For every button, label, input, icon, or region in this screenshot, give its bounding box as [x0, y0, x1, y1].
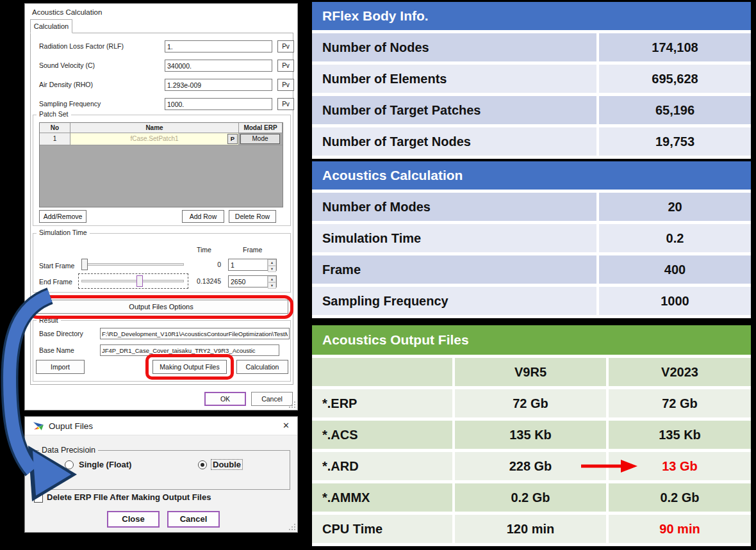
sound-velocity-pv-button[interactable]: Pv: [277, 60, 294, 72]
tab-calculation[interactable]: Calculation: [30, 19, 72, 33]
screenshot-canvas: Acoustics Calculation Calculation Radiat…: [0, 0, 756, 550]
row-value: 400: [599, 255, 751, 284]
start-frame-slider[interactable]: [81, 259, 184, 270]
table-row: *.ACS 135 Kb 135 Kb: [312, 421, 751, 449]
sound-velocity-input[interactable]: [165, 60, 272, 72]
double-radio-label[interactable]: Double: [211, 459, 243, 470]
row-label: Number of Target Nodes: [312, 127, 596, 156]
mode-button[interactable]: Mode: [240, 134, 280, 144]
delete-row-button[interactable]: Delete Row: [229, 210, 276, 223]
table-row: Frame 400: [312, 255, 751, 284]
table-row: *.ERP 72 Gb 72 Gb: [312, 389, 751, 417]
start-frame-slider-track[interactable]: [81, 263, 184, 266]
cancel-button[interactable]: Cancel: [251, 392, 293, 406]
output-cancel-button[interactable]: Cancel: [167, 511, 220, 528]
patch-table-row[interactable]: 1 fCase.SetPatch1 P Mode: [40, 133, 283, 145]
row-value-v9r5: 135 Kb: [455, 421, 606, 449]
spin-up-icon[interactable]: ▲: [268, 259, 276, 266]
row-value-v9r5: 120 min: [455, 515, 606, 543]
acoustics-output-files-table: Acoustics Output Files V9R5 V2023 *.ERP …: [312, 325, 751, 546]
acoustics-table-title: Acoustics Calculation: [312, 161, 751, 190]
sampling-frequency-label: Sampling Frequency: [39, 98, 101, 110]
table-row: Number of Elements 695,628: [312, 65, 751, 93]
table-row: Number of Target Nodes 19,753: [312, 127, 751, 156]
start-time-value: 0: [183, 261, 221, 268]
patch-row-name[interactable]: fCase.SetPatch1 P: [70, 133, 239, 145]
row-value: 174,108: [599, 33, 751, 61]
row-label: Number of Target Patches: [312, 96, 596, 124]
col-name: Name: [70, 123, 239, 133]
close-icon[interactable]: ✕: [283, 421, 290, 430]
improvement-arrow-icon: [580, 457, 639, 475]
table-row: Simulation Time 0.2: [312, 224, 751, 252]
patch-row-no: 1: [40, 133, 70, 145]
add-row-button[interactable]: Add Row: [182, 210, 224, 223]
air-density-label: Air Density (RHO): [39, 79, 93, 91]
patch-p-button[interactable]: P: [227, 134, 238, 144]
row-value-v2023: 135 Kb: [609, 421, 751, 449]
row-value-v2023: 72 Gb: [609, 389, 751, 417]
end-frame-slider-handle[interactable]: [136, 275, 143, 287]
close-button[interactable]: Close: [107, 511, 160, 528]
ok-button[interactable]: OK: [204, 392, 246, 406]
end-frame-stepper[interactable]: ▲▼: [228, 275, 277, 287]
patch-row-name-text: fCase.SetPatch1: [130, 135, 178, 142]
air-density-input[interactable]: [165, 79, 272, 91]
start-frame-slider-handle[interactable]: [81, 259, 88, 270]
time-column-header: Time: [197, 246, 211, 254]
row-label: Simulation Time: [312, 224, 596, 252]
row-label: CPU Time: [312, 515, 452, 543]
table-row: Number of Nodes 174,108: [312, 33, 751, 61]
row-label: Number of Elements: [312, 65, 596, 93]
row-label: *.ACS: [312, 421, 452, 449]
patch-table-header-row: No Name Modal ERP: [40, 123, 283, 133]
sampling-frequency-input[interactable]: [165, 98, 272, 110]
row-value-v9r5: 72 Gb: [455, 389, 606, 417]
end-frame-spin-buttons[interactable]: ▲▼: [267, 276, 276, 287]
start-frame-stepper[interactable]: ▲▼: [228, 259, 277, 271]
callout-arrow: [0, 282, 115, 503]
table-row: Sampling Frequency 1000: [312, 287, 751, 315]
end-frame-input[interactable]: [229, 276, 267, 287]
sampling-frequency-pv-button[interactable]: Pv: [277, 98, 294, 110]
row-value: 19,753: [599, 127, 751, 156]
start-frame-input[interactable]: [229, 259, 267, 270]
row-value: 0.2: [599, 224, 751, 252]
table-row-ard: *.ARD 228 Gb 13 Gb: [312, 452, 751, 480]
output-files-table-title: Acoustics Output Files: [312, 325, 751, 355]
row-value: 1000: [599, 287, 751, 315]
rflex-body-info-table: RFlex Body Info. Number of Nodes 174,108…: [312, 2, 751, 159]
table-row: Number of Target Patches 65,196: [312, 96, 751, 124]
row-value-v9r5: 0.2 Gb: [455, 483, 606, 512]
acoustics-calculation-table: Acoustics Calculation Number of Modes 20…: [312, 161, 751, 318]
rflex-table-title: RFlex Body Info.: [312, 2, 751, 30]
spin-down-icon[interactable]: ▼: [268, 266, 276, 272]
double-radio[interactable]: [198, 460, 207, 469]
col-header-v2023: V2023: [609, 358, 751, 386]
rlf-pv-button[interactable]: Pv: [277, 40, 294, 53]
sound-velocity-label: Sound Velocity (C): [39, 60, 95, 72]
row-label: Number of Nodes: [312, 33, 596, 61]
making-output-files-button[interactable]: Making Output Files: [152, 360, 227, 374]
frame-column-header: Frame: [243, 246, 262, 254]
add-remove-button[interactable]: Add/Remove: [39, 210, 86, 223]
spin-down-icon[interactable]: ▼: [268, 282, 276, 289]
base-directory-input[interactable]: [100, 328, 290, 339]
row-value: 695,628: [599, 65, 751, 93]
simulation-time-group-label: Simulation Time: [37, 229, 90, 236]
row-label: *.ERP: [312, 389, 452, 417]
calculation-button[interactable]: Calculation: [236, 360, 288, 374]
row-value: 65,196: [599, 96, 751, 124]
start-frame-spin-buttons[interactable]: ▲▼: [267, 259, 276, 270]
row-label: Frame: [312, 255, 596, 284]
output-resize-grip[interactable]: [289, 524, 295, 530]
resize-grip[interactable]: [289, 401, 295, 408]
end-time-value: 0.13245: [183, 277, 221, 285]
row-value-v2023: 0.2 Gb: [609, 483, 751, 512]
row-label: *.ARD: [312, 452, 452, 480]
air-density-pv-button[interactable]: Pv: [277, 79, 294, 91]
spin-up-icon[interactable]: ▲: [268, 276, 276, 282]
rlf-input[interactable]: [165, 40, 272, 53]
col-no: No: [40, 123, 70, 133]
table-row: *.AMMX 0.2 Gb 0.2 Gb: [312, 483, 751, 512]
